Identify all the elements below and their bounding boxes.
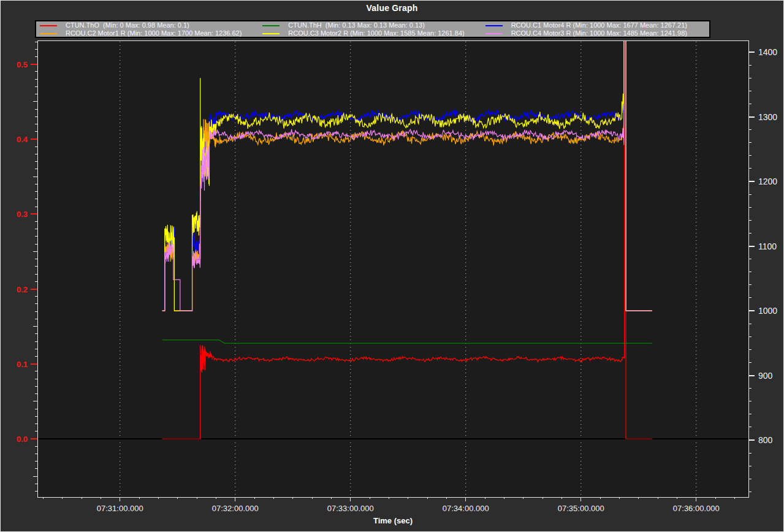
x-tick-label: 07:32:00.000: [212, 504, 259, 513]
line-swatch-icon: [262, 25, 280, 26]
right-axis: 80090010001100120013001400: [748, 47, 777, 492]
left-tick-label: 0.3: [17, 210, 28, 219]
legend-item-label: RCOU.C4 Motor3 R (Min: 1000 Max: 1485 Me…: [511, 29, 687, 37]
left-tick-label: 0.5: [17, 60, 28, 69]
legend-item-ctun-thh[interactable]: CTUN.ThH (Min: 0.13 Max: 0.13 Mean: 0.13…: [261, 21, 484, 29]
legend-item-rcou-c2[interactable]: RCOU.C2 Motor1 R (Min: 1000 Max: 1700 Me…: [39, 29, 261, 37]
legend-item-rcou-c4[interactable]: RCOU.C4 Motor3 R (Min: 1000 Max: 1485 Me…: [484, 29, 707, 37]
legend-item-label: CTUN.ThO (Min: 0 Max: 0.98 Mean: 0.1): [66, 21, 189, 29]
value-graph-window: Value Graph CTUN.ThO (Min: 0 Max: 0.98 M…: [0, 0, 784, 532]
line-swatch-icon: [40, 25, 57, 26]
legend-item-label: RCOU.C3 Motor2 R (Min: 1000 Max: 1585 Me…: [288, 29, 464, 37]
legend-item-ctun-tho[interactable]: CTUN.ThO (Min: 0 Max: 0.98 Mean: 0.1): [39, 21, 261, 29]
right-tick-label: 1300: [758, 112, 777, 122]
right-tick-label: 1400: [758, 47, 777, 57]
left-tick-label: 0.0: [17, 435, 28, 444]
line-swatch-icon: [40, 33, 57, 34]
right-tick-label: 1100: [758, 241, 777, 251]
legend-item-label: CTUN.ThH (Min: 0.13 Max: 0.13 Mean: 0.13…: [288, 21, 425, 29]
x-axis-title: Time (sec): [37, 516, 748, 525]
value-graph-chart[interactable]: 0.00.10.20.30.40.58009001000110012001300…: [1, 1, 784, 532]
legend: CTUN.ThO (Min: 0 Max: 0.98 Mean: 0.1) CT…: [35, 20, 710, 38]
x-axis: 07:31:00.00007:32:00.00007:33:00.00007:3…: [43, 497, 734, 513]
x-tick-label: 07:34:00.000: [443, 504, 489, 513]
x-tick-label: 07:35:00.000: [558, 504, 604, 513]
legend-item-rcou-c3[interactable]: RCOU.C3 Motor2 R (Min: 1000 Max: 1585 Me…: [261, 29, 484, 37]
left-tick-label: 0.4: [17, 135, 28, 144]
plot-area[interactable]: [37, 40, 748, 497]
right-tick-label: 1200: [758, 177, 777, 186]
legend-item-label: RCOU.C1 Motor4 R (Min: 1000 Max: 1677 Me…: [511, 21, 687, 29]
legend-item-label: RCOU.C2 Motor1 R (Min: 1000 Max: 1700 Me…: [66, 29, 242, 37]
legend-item-rcou-c1[interactable]: RCOU.C1 Motor4 R (Min: 1000 Max: 1677 Me…: [484, 21, 707, 29]
right-tick-label: 1000: [758, 306, 777, 316]
right-tick-label: 800: [758, 435, 773, 445]
x-tick-label: 07:31:00.000: [97, 504, 143, 513]
line-swatch-icon: [485, 33, 503, 34]
line-swatch-icon: [262, 33, 280, 34]
line-swatch-icon: [485, 25, 503, 26]
x-tick-label: 07:36:00.000: [673, 504, 720, 513]
right-tick-label: 900: [758, 371, 773, 381]
left-axis: 0.00.10.20.30.40.5: [17, 42, 37, 492]
x-tick-label: 07:33:00.000: [327, 504, 374, 513]
left-tick-label: 0.2: [17, 285, 28, 294]
left-tick-label: 0.1: [17, 360, 28, 369]
